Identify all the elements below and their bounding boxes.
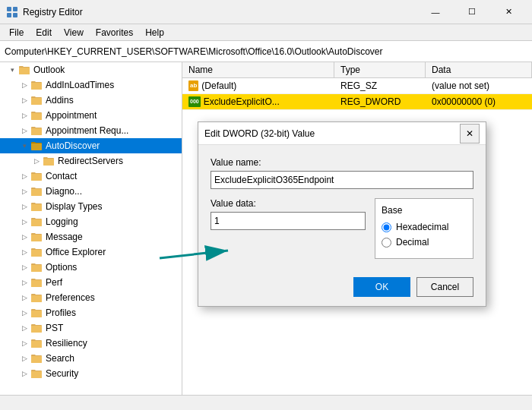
header-data: Data [426,62,532,77]
header-type: Type [334,62,426,77]
tree-item-resiliency[interactable]: ▷ Resiliency [0,336,182,351]
tree-item-message[interactable]: ▷ Message [0,229,182,244]
value-row-default[interactable]: ab (Default) REG_SZ (value not set) [182,78,532,94]
menu-help[interactable]: Help [139,26,170,39]
tree-label-outlook: Outlook [33,65,65,75]
minimize-button[interactable]: — [418,1,453,24]
svg-rect-3 [13,13,17,17]
dialog-data-section: Value data: [211,198,366,230]
folder-icon-security [30,367,43,380]
tree-toggle-outlook[interactable]: ▾ [6,64,18,76]
value-data-input[interactable] [211,212,366,230]
folder-icon-redirectServers [43,155,55,167]
ok-button[interactable]: OK [353,277,410,297]
radio-decimal[interactable] [382,238,391,248]
maximize-button[interactable]: ☐ [454,1,489,24]
folder-icon-officeExplorer [30,246,43,258]
radio-decimal-label: Decimal [396,237,429,248]
folder-icon-autoDiscover [30,140,43,152]
header-name: Name [182,62,334,77]
folder-icon-search [30,352,43,364]
dialog-data-row: Value data: Base Hexadecimal Decimal [211,198,473,259]
dialog-title-bar: Edit DWORD (32-bit) Value ✕ [198,122,486,145]
folder-icon-appointment [30,109,43,121]
menu-bar: File Edit View Favorites Help [0,24,532,41]
folder-icon-displayTypes [30,200,43,213]
value-data-label: Value data: [211,198,366,209]
cancel-button[interactable]: Cancel [416,277,473,297]
tree-item-diagno[interactable]: ▷ Diagno... [0,184,182,199]
address-bar: Computer\HKEY_CURRENT_USER\SOFTWARE\Micr… [0,41,532,62]
radio-row-hex: Hexadecimal [382,222,467,232]
tree-item-profiles[interactable]: ▷ Profiles [0,305,182,320]
tree-item-appointment[interactable]: ▷ Appointment [0,108,182,123]
folder-icon-perf [30,276,43,289]
dialog-body: Value name: Value data: Base Hexadecimal… [198,145,486,271]
tree-item-redirectServers[interactable]: ▷ RedirectServers [0,153,182,169]
tree-label-pst: PST [46,323,63,333]
tree-item-addins[interactable]: ▷ Addins [0,93,182,108]
tree-label-logging: Logging [46,216,78,227]
folder-icon-addins [30,94,43,106]
tree-item-preferences[interactable]: ▷ Preferences [0,290,182,305]
tree-label-contact: Contact [46,171,77,181]
tree-label-profiles: Profiles [46,308,76,318]
edit-dword-dialog: Edit DWORD (32-bit) Value ✕ Value name: … [198,121,486,307]
tree-label-message: Message [46,232,83,242]
tree-item-contact[interactable]: ▷ Contact [0,169,182,184]
tree-label-appointmentRequ: Appointment Requ... [46,125,128,136]
base-section: Base Hexadecimal Decimal [375,198,473,259]
folder-icon-preferences [30,292,43,304]
tree-label-addins: Addins [46,95,74,106]
folder-icon-pst [30,322,43,334]
tree-label-diagno: Diagno... [46,186,82,197]
type-icon-dword: 000 [188,96,201,107]
menu-edit[interactable]: Edit [30,26,58,39]
tree-label-perf: Perf [46,277,62,288]
menu-view[interactable]: View [58,26,90,39]
menu-favorites[interactable]: Favorites [90,26,139,39]
value-name-default: ab (Default) [182,78,334,93]
svg-rect-1 [13,7,17,11]
folder-icon-diagno [30,185,43,197]
value-type-excludeExplicit: REG_DWORD [334,94,426,109]
close-button[interactable]: ✕ [491,1,526,24]
values-header: Name Type Data [182,62,532,78]
radio-hexadecimal-label: Hexadecimal [396,222,448,232]
dialog-close-button[interactable]: ✕ [460,124,480,144]
value-name-label: Value name: [211,157,473,168]
tree-toggle-addInLoadTimes[interactable]: ▷ [18,79,30,91]
window-controls: — ☐ ✕ [418,1,526,24]
tree-label-resiliency: Resiliency [46,338,87,348]
tree-item-search[interactable]: ▷ Search [0,351,182,366]
tree-item-appointmentRequ[interactable]: ▷ Appointment Requ... [0,123,182,138]
value-name-input[interactable] [211,171,473,189]
tree-label-officeExplorer: Office Explorer [46,247,106,257]
tree-label-appointment: Appointment [46,110,97,121]
tree-item-pst[interactable]: ▷ PST [0,320,182,336]
tree-item-officeExplorer[interactable]: ▷ Office Explorer [0,244,182,260]
folder-icon-options [30,261,43,273]
tree-item-outlook[interactable]: ▾ Outlook [0,62,182,77]
tree-item-logging[interactable]: ▷ Logging [0,214,182,229]
menu-file[interactable]: File [3,26,30,39]
tree-item-addInLoadTimes[interactable]: ▷ AddInLoadTimes [0,77,182,93]
folder-icon-resiliency [30,337,43,349]
radio-hexadecimal[interactable] [382,222,391,232]
tree-label-preferences: Preferences [46,292,95,303]
value-row-excludeExplicit[interactable]: 000 ExcludeExplicitO... REG_DWORD 0x0000… [182,94,532,110]
tree-item-options[interactable]: ▷ Options [0,260,182,275]
value-name-excludeExplicit: 000 ExcludeExplicitO... [182,94,334,109]
type-icon-ab: ab [188,80,198,91]
tree-item-autoDiscover[interactable]: ▾ AutoDiscover [0,138,182,153]
tree-item-security[interactable]: ▷ Security [0,366,182,381]
tree-label-search: Search [46,353,74,364]
tree-item-displayTypes[interactable]: ▷ Display Types [0,199,182,214]
folder-icon-contact [30,170,43,182]
window-title: Registry Editor [23,7,83,17]
tree-item-perf[interactable]: ▷ Perf [0,275,182,290]
value-data-default: (value not set) [426,78,532,93]
value-type-default: REG_SZ [334,78,426,93]
folder-icon-message [30,231,43,243]
tree-pane[interactable]: ▾ Outlook ▷ AddInLoadTimes ▷ [0,62,182,395]
